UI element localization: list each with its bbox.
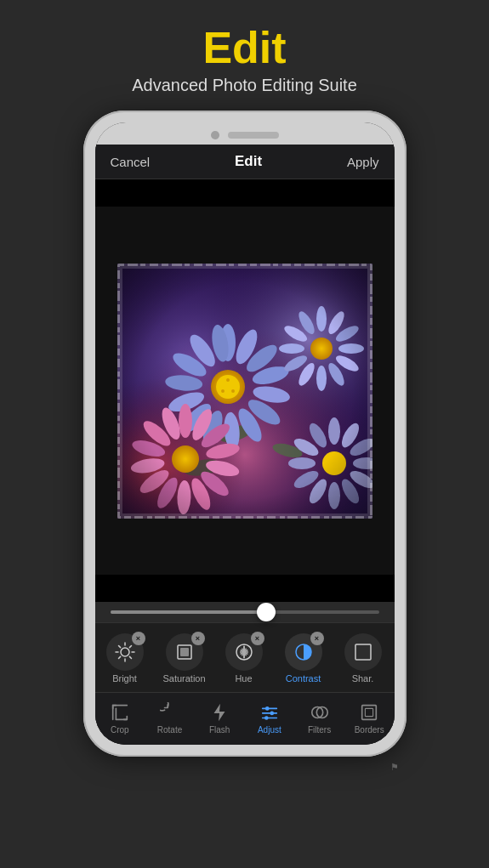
bottom-nav-flash[interactable]: Flash [195,698,245,738]
phone-frame: Cancel Edit Apply [83,111,407,757]
hue-icon-wrap: × [225,633,263,671]
svg-point-31 [338,343,364,354]
bottom-nav-borders[interactable]: Borders [344,698,395,738]
app-title: Edit [0,24,489,72]
svg-point-25 [226,378,230,382]
svg-point-22 [209,323,230,362]
apply-button[interactable]: Apply [347,155,379,169]
bright-label: Bright [112,673,137,684]
watermark: ⚑ [390,762,400,773]
bottom-nav-rotate[interactable]: Rotate [145,698,195,738]
svg-point-46 [197,468,232,500]
tool-sharpen[interactable]: Shar. [333,630,393,687]
svg-point-37 [279,343,304,354]
app-screen: Cancel Edit Apply [95,145,395,745]
bottom-nav-adjust[interactable]: Adjust [245,698,295,738]
svg-point-34 [316,366,327,391]
svg-point-19 [164,373,202,392]
svg-rect-3 [117,264,372,519]
contrast-icon-wrap: × [285,633,322,671]
svg-point-39 [295,309,316,336]
svg-point-71 [121,648,129,656]
svg-rect-69 [117,264,372,519]
bottom-nav-filters[interactable]: Filters [294,698,344,738]
svg-point-56 [328,417,340,445]
svg-point-36 [281,352,309,373]
tool-bright[interactable]: × Bright [95,630,155,687]
app-subtitle: Advanced Photo Editing Suite [0,76,489,95]
slider-area [95,602,395,622]
svg-point-10 [242,340,281,376]
speaker-bar [228,132,279,139]
svg-rect-1 [117,264,372,519]
svg-point-57 [338,420,361,450]
svg-point-66 [291,435,321,459]
flash-label: Flash [209,725,230,735]
flash-icon [208,701,230,723]
svg-point-13 [244,395,283,429]
filters-icon [309,701,331,723]
svg-point-27 [221,389,225,393]
crop-label: Crop [111,725,129,735]
slider-thumb[interactable] [257,603,276,621]
svg-point-102 [264,716,269,720]
svg-point-20 [169,349,209,381]
svg-point-47 [187,475,213,512]
tool-saturation[interactable]: × Saturation [155,630,214,687]
crop-icon [109,701,131,723]
svg-point-52 [130,437,167,459]
svg-point-51 [129,456,165,475]
tool-hue[interactable]: × Hue [214,630,274,687]
svg-point-23 [211,370,245,404]
saturation-badge: × [191,632,205,645]
svg-point-40 [310,338,333,360]
nav-bar: Cancel Edit Apply [95,145,395,179]
svg-rect-70 [117,264,372,519]
svg-point-26 [231,389,235,393]
svg-point-100 [265,706,270,711]
svg-rect-4 [117,264,372,519]
saturation-icon-wrap: × [166,633,203,671]
svg-point-42 [188,406,215,443]
svg-point-17 [178,400,215,437]
contrast-badge: × [310,632,324,645]
svg-point-49 [153,474,181,511]
svg-point-54 [158,405,184,441]
flower-photo [117,264,372,519]
filters-label: Filters [308,725,331,735]
tool-contrast[interactable]: × Contrast [274,630,333,687]
svg-point-50 [136,466,172,496]
slider-track[interactable] [111,610,379,614]
svg-point-59 [353,457,372,469]
svg-marker-96 [214,704,225,721]
svg-point-32 [333,352,361,373]
svg-point-12 [251,383,290,405]
svg-rect-106 [366,709,373,717]
svg-point-64 [291,468,321,491]
hue-icon [232,640,256,664]
contrast-icon [292,640,316,664]
rotate-label: Rotate [157,725,182,735]
svg-line-77 [129,657,131,659]
svg-point-65 [288,457,316,469]
top-black-strip [95,179,395,207]
header: Edit Advanced Photo Editing Suite [0,0,489,111]
svg-point-45 [204,457,241,479]
bright-badge: × [132,632,145,645]
svg-point-60 [347,468,372,491]
bottom-nav: Crop Rotate [95,692,395,745]
svg-point-55 [172,445,199,473]
cancel-button[interactable]: Cancel [111,155,151,169]
svg-point-67 [305,420,329,450]
nav-title: Edit [235,153,262,170]
flower-overlay [117,264,372,519]
svg-point-6 [270,440,303,460]
svg-line-79 [118,657,120,659]
borders-label: Borders [355,725,384,735]
svg-rect-0 [117,264,372,519]
svg-point-30 [333,322,361,343]
bottom-nav-crop[interactable]: Crop [95,698,145,738]
svg-point-58 [347,435,372,459]
adjust-icon [259,701,281,723]
svg-point-33 [325,360,346,388]
